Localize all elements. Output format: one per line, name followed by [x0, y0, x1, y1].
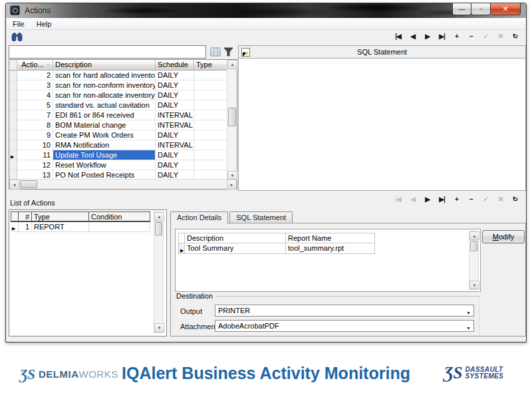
find-binoculars-icon[interactable] — [11, 32, 23, 41]
cell-schedule[interactable]: INTERVAL — [156, 120, 194, 130]
nav2-refresh[interactable]: ↻ — [509, 195, 521, 204]
scroll-up-icon[interactable]: ▲ — [154, 212, 164, 221]
grid-view-icon[interactable] — [210, 47, 221, 57]
cell-action-id[interactable]: 12 — [17, 160, 53, 170]
nav1-refresh[interactable]: ↻ — [509, 32, 521, 41]
nav1-next[interactable]: ▶ — [422, 32, 433, 41]
cell-condition[interactable] — [89, 222, 150, 232]
cell-action-id[interactable]: 5 — [17, 100, 53, 110]
scroll-thumb[interactable] — [228, 108, 236, 126]
scroll-left-icon[interactable]: ◄ — [9, 180, 19, 190]
cell-action-id[interactable]: 9 — [17, 130, 53, 140]
table-row[interactable]: 8 BOM Material change INTERVAL — [9, 120, 237, 130]
nav1-first[interactable]: |◀ — [392, 32, 404, 41]
nav1-delete[interactable]: − — [466, 32, 477, 41]
cell-description[interactable]: Update Tool Usage — [53, 150, 156, 160]
nav1-post[interactable]: ✔ — [480, 32, 491, 41]
cell-schedule[interactable]: DAILY — [156, 150, 194, 160]
table-row[interactable]: 12 Reset Workflow DAILY — [9, 160, 237, 170]
cell-type[interactable] — [194, 80, 227, 90]
cell-description[interactable]: Create PM Work Orders — [53, 130, 156, 140]
nav1-prior[interactable]: ◀ — [407, 32, 418, 41]
nav1-insert[interactable]: + — [451, 32, 462, 41]
table-row[interactable]: 2 scan for hard allocated inventory DAIL… — [9, 70, 237, 80]
cell-action-id[interactable]: 10 — [17, 140, 53, 150]
titlebar[interactable]: Actions —▫✕ — [6, 3, 526, 18]
cell-description[interactable]: scan for non-allocate inventory — [53, 90, 156, 100]
cell-schedule[interactable]: DAILY — [156, 70, 194, 80]
cell-schedule[interactable]: DAILY — [156, 80, 194, 90]
scroll-right-icon[interactable]: ► — [227, 180, 237, 190]
nav2-prior[interactable]: ◀ — [407, 195, 418, 204]
cell-description[interactable]: EDI 861 or 864 received — [53, 110, 156, 120]
list-table-vscrollbar[interactable]: ▲ ▼ — [154, 211, 164, 333]
tab-action-details[interactable]: Action Details — [170, 211, 228, 224]
cell-type[interactable] — [194, 150, 227, 160]
menu-item-file[interactable]: File — [7, 19, 31, 29]
table-row[interactable]: 5 standard vs. actual cavitation DAILY — [9, 100, 237, 110]
scroll-thumb[interactable] — [470, 241, 477, 251]
cell-type[interactable] — [194, 90, 227, 100]
window-maximize[interactable]: ▫ — [471, 3, 491, 15]
cell-schedule[interactable]: DAILY — [156, 160, 194, 170]
cell-type[interactable]: REPORT — [32, 222, 89, 232]
cell-type[interactable] — [194, 110, 227, 120]
cell-description[interactable]: RMA Notification — [53, 140, 156, 150]
cell-action-id[interactable]: 8 — [17, 120, 53, 130]
cell-action-id[interactable]: 3 — [17, 80, 53, 90]
cell-description[interactable]: BOM Material change — [53, 120, 156, 130]
nav2-first[interactable]: |◀ — [392, 195, 404, 204]
table-row[interactable]: 4 scan for non-allocate inventory DAILY — [9, 90, 237, 100]
window-minimize[interactable]: — — [452, 3, 471, 15]
collapse-arrow-icon[interactable] — [241, 48, 250, 57]
sql-statement-body[interactable] — [238, 59, 526, 191]
header-type[interactable]: Type — [32, 211, 89, 222]
header-report-name[interactable]: Report Name — [286, 233, 375, 243]
cell-action-id[interactable]: 2 — [17, 70, 53, 80]
attachment-dropdown[interactable]: AdobeAcrobatPDF ▼ — [215, 320, 474, 332]
scroll-down-icon[interactable]: ▼ — [469, 281, 479, 289]
header-number[interactable]: # — [19, 211, 32, 222]
cell-description[interactable]: scan for non-conform inventory — [53, 80, 156, 90]
cell-report-name[interactable]: tool_summary.rpt — [286, 243, 375, 254]
search-input[interactable] — [9, 45, 206, 59]
cell-action-id[interactable]: 11 — [17, 150, 53, 160]
header-schedule[interactable]: Schedule — [156, 60, 194, 70]
cell-type[interactable] — [194, 120, 227, 130]
cell-action-id[interactable]: 4 — [17, 90, 53, 100]
scroll-up-icon[interactable]: ▲ — [469, 231, 479, 240]
nav2-insert[interactable]: + — [451, 195, 462, 204]
scroll-thumb[interactable] — [155, 222, 162, 235]
nav2-last[interactable]: ▶| — [436, 195, 448, 204]
scroll-up-icon[interactable]: ▲ — [227, 60, 237, 69]
actions-table-vscrollbar[interactable]: ▲ ▼ — [227, 60, 237, 180]
cell-schedule[interactable]: DAILY — [156, 130, 194, 140]
window-close[interactable]: ✕ — [491, 3, 521, 15]
nav2-next[interactable]: ▶ — [422, 195, 433, 204]
table-row[interactable]: 3 scan for non-conform inventory DAILY — [9, 80, 237, 90]
cell-type[interactable] — [194, 130, 227, 140]
cell-schedule[interactable]: DAILY — [156, 100, 194, 110]
menu-item-help[interactable]: Help — [31, 19, 58, 29]
nav2-post[interactable]: ✔ — [480, 195, 491, 204]
cell-schedule[interactable]: INTERVAL — [156, 140, 194, 150]
cell-number[interactable]: 1 — [19, 222, 32, 232]
header-description[interactable]: Description — [53, 60, 156, 70]
actions-table-hscrollbar[interactable]: ◄ ► — [9, 179, 237, 189]
cell-schedule[interactable]: INTERVAL — [156, 110, 194, 120]
header-condition[interactable]: Condition — [89, 211, 150, 222]
header-description[interactable]: Description — [185, 233, 286, 243]
report-table-vscrollbar[interactable]: ▲ ▼ — [469, 231, 479, 290]
cell-type[interactable] — [194, 160, 227, 170]
modify-button[interactable]: Modify — [482, 230, 525, 243]
header-action-id[interactable]: Actio...▽ — [17, 60, 53, 70]
scroll-down-icon[interactable]: ▼ — [154, 323, 164, 332]
table-row[interactable]: 1 REPORT — [11, 222, 150, 232]
table-row[interactable]: 9 Create PM Work Orders DAILY — [9, 130, 237, 140]
cell-action-id[interactable]: 7 — [17, 110, 53, 120]
cell-description[interactable]: scan for hard allocated inventory — [53, 70, 156, 80]
nav1-cancel[interactable]: ✖ — [495, 32, 506, 41]
scroll-thumb[interactable] — [20, 180, 37, 188]
cell-description[interactable]: Tool Summary — [185, 243, 286, 254]
cell-type[interactable] — [194, 70, 227, 80]
